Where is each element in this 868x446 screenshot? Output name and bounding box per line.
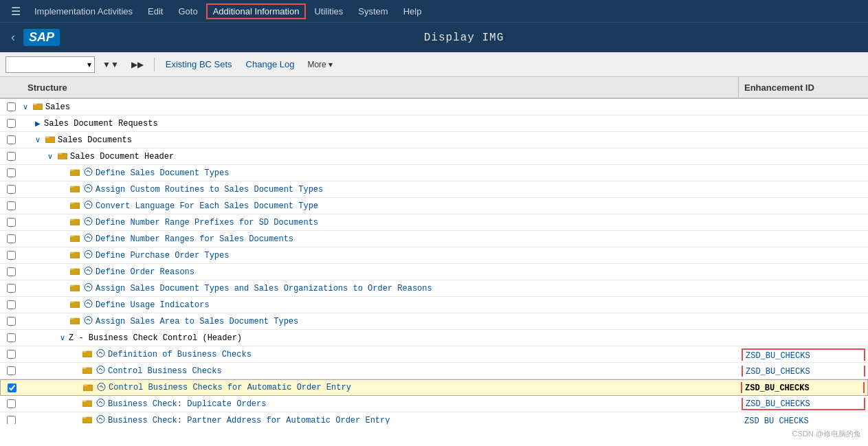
expand-icon[interactable]: ∨ (21, 102, 30, 111)
row-label[interactable]: Define Number Range Prefixes for SD Docu… (96, 218, 318, 227)
toolbar-dropdown[interactable]: ▾ (5, 56, 95, 73)
svg-point-29 (85, 284, 92, 291)
table-row[interactable]: ∨Sales Documents (0, 132, 868, 148)
expand-all-button[interactable]: ▶▶ (126, 58, 148, 71)
back-button[interactable]: ‹ (11, 30, 15, 45)
menu-item-utilities[interactable]: Utilities (307, 3, 350, 19)
table-body: ∨Sales▶Sales Document Requests∨Sales Doc… (0, 99, 868, 424)
row-label[interactable]: Define Sales Document Types (96, 168, 229, 178)
row-label[interactable]: Assign Sales Document Types and Sales Or… (96, 284, 432, 293)
row-content: ∨Sales Document Header (19, 151, 742, 161)
row-label: Z - Business Check Control (Header) (69, 333, 242, 343)
existing-bc-sets-link[interactable]: Existing BC Sets (160, 58, 238, 71)
table-row[interactable]: Define Sales Document Types (0, 165, 868, 181)
folder-icon (70, 283, 80, 293)
menu-item-system[interactable]: System (351, 3, 394, 19)
expand-icon[interactable]: ∨ (33, 135, 43, 144)
table-row[interactable]: ▶Sales Document Requests (0, 115, 868, 132)
row-label[interactable]: Assign Custom Routines to Sales Document… (96, 185, 323, 194)
folder-icon (83, 383, 93, 393)
expand-icon[interactable]: ∨ (58, 333, 67, 342)
table-row[interactable]: Define Order Reasons (0, 264, 868, 280)
toolbar: ▾ ▼▼ ▶▶ Existing BC Sets Change Log More… (0, 52, 868, 77)
hamburger-icon[interactable]: ☰ (5, 2, 26, 21)
svg-point-38 (97, 350, 104, 357)
change-log-link[interactable]: Change Log (241, 58, 300, 71)
row-label[interactable]: Control Business Checks (108, 366, 222, 376)
table-row[interactable]: Business Check: Duplicate OrdersZSD_BU_C… (0, 396, 868, 412)
row-content: Definition of Business Checks (19, 349, 742, 359)
menu-item-goto[interactable]: Goto (171, 3, 204, 19)
dropdown-arrow-icon: ▾ (87, 60, 91, 69)
svg-point-44 (98, 383, 105, 390)
table-row[interactable]: Define Purchase Order Types (0, 247, 868, 264)
row-content: Control Business Checks for Automatic Or… (20, 383, 741, 393)
expand-icon[interactable]: ▶ (33, 120, 43, 127)
menu-bar: ☰ Implementation Activities Edit Goto Ad… (0, 0, 868, 22)
row-label[interactable]: Business Check: Partner Address for Auto… (108, 416, 390, 425)
row-checkbox (3, 383, 20, 392)
svg-rect-34 (70, 318, 74, 320)
row-checkbox (3, 135, 19, 144)
row-label[interactable]: Assign Sales Area to Sales Document Type… (96, 317, 298, 326)
row-checkbox (3, 201, 19, 210)
svg-rect-3 (45, 137, 49, 138)
row-content: Business Check: Partner Address for Auto… (19, 415, 742, 424)
row-checkbox (3, 267, 19, 276)
row-content: ▶Sales Document Requests (19, 119, 742, 129)
table-row[interactable]: Definition of Business ChecksZSD_BU_CHEC… (0, 346, 868, 363)
menu-item-help[interactable]: Help (397, 3, 429, 19)
row-label[interactable]: Define Usage Indicators (96, 300, 210, 310)
table-row[interactable]: ∨Z - Business Check Control (Header) (0, 330, 868, 346)
row-label[interactable]: Define Purchase Order Types (96, 251, 229, 260)
enhancement-id: ZSD_BU_CHECKS (746, 351, 810, 361)
row-label[interactable]: Definition of Business Checks (108, 350, 252, 359)
svg-rect-43 (83, 385, 87, 386)
folder-icon (58, 151, 67, 161)
menu-item-impl[interactable]: Implementation Activities (27, 3, 140, 19)
table-row[interactable]: Define Number Range Prefixes for SD Docu… (0, 214, 868, 231)
menu-item-additional[interactable]: Additional Information (206, 3, 307, 19)
menu-item-edit[interactable]: Edit (141, 3, 170, 19)
table-row[interactable]: ∨Sales (0, 99, 868, 115)
svg-point-20 (85, 234, 92, 242)
expand-icon[interactable]: ∨ (45, 152, 55, 161)
row-label[interactable]: Define Order Reasons (96, 267, 194, 277)
table-row[interactable]: Convert Language For Each Sales Document… (0, 198, 868, 214)
row-enhancement: ZSD_BU_CHECKS (742, 415, 865, 425)
row-label[interactable]: Control Business Checks for Automatic Or… (109, 383, 351, 392)
svg-point-17 (85, 218, 92, 225)
svg-rect-22 (70, 252, 74, 254)
collapse-all-button[interactable]: ▼▼ (98, 58, 124, 71)
table-row[interactable]: ∨Sales Document Header (0, 148, 868, 165)
row-checkbox (3, 300, 19, 309)
table-row[interactable]: Assign Sales Area to Sales Document Type… (0, 313, 868, 330)
header-bar: ‹ SAP Display IMG (0, 22, 868, 52)
table-row[interactable]: Assign Sales Document Types and Sales Or… (0, 280, 868, 297)
row-content: Define Number Range Prefixes for SD Docu… (19, 217, 742, 227)
row-label[interactable]: Convert Language For Each Sales Document… (96, 201, 318, 211)
row-label[interactable]: Business Check: Duplicate Orders (108, 399, 266, 409)
header-enhancement: Enhancement ID (739, 82, 863, 93)
table-row[interactable]: Business Check: Partner Address for Auto… (0, 412, 868, 424)
activity-icon (96, 349, 105, 359)
more-label: More (307, 60, 326, 69)
table-row[interactable]: Define Usage Indicators (0, 297, 868, 313)
folder-icon (70, 234, 80, 244)
row-label[interactable]: Define Number Ranges for Sales Documents (96, 234, 293, 244)
table-row[interactable]: Control Business ChecksZSD_BU_CHECKS (0, 363, 868, 379)
activity-icon (84, 184, 93, 194)
table-row[interactable]: Define Number Ranges for Sales Documents (0, 231, 868, 247)
table-row[interactable]: Assign Custom Routines to Sales Document… (0, 181, 868, 198)
collapse-icon: ▼▼ (102, 60, 119, 69)
row-checkbox (3, 350, 19, 359)
svg-point-50 (97, 416, 104, 423)
svg-point-41 (97, 366, 104, 374)
more-button[interactable]: More ▾ (302, 58, 337, 71)
enhancement-id: ZSD_BU_CHECKS (746, 367, 810, 377)
enhancement-id: ZSD_BU_CHECKS (745, 383, 810, 393)
activity-icon (96, 366, 105, 376)
row-checkbox (3, 317, 19, 326)
table-row[interactable]: Control Business Checks for Automatic Or… (0, 379, 868, 396)
svg-point-11 (85, 185, 92, 192)
